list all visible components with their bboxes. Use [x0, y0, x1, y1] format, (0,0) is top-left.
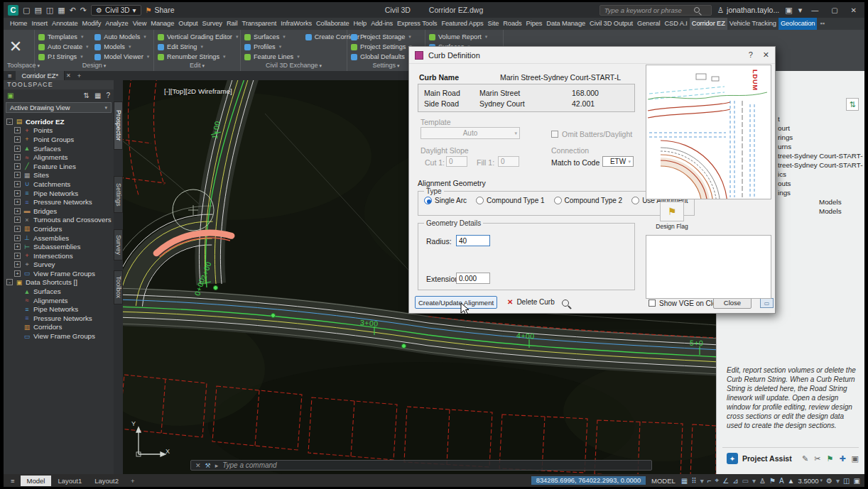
assist-tool-icon[interactable]: ✎: [802, 454, 808, 463]
expand-panel-icon[interactable]: ▭: [760, 298, 774, 308]
tree-expander-icon[interactable]: -: [6, 119, 13, 125]
tree-item[interactable]: ▲ Surfaces: [4, 287, 114, 296]
file-tab-close-icon[interactable]: ✕: [65, 71, 72, 80]
tree-item[interactable]: + ≈ Alignments: [4, 153, 114, 162]
assist-tool-icon[interactable]: ⚑: [827, 454, 834, 463]
tree-item[interactable]: + ▲ Surfaces: [4, 144, 114, 153]
tree-expander-icon[interactable]: +: [14, 261, 21, 268]
ribbon-tab[interactable]: View: [131, 18, 149, 30]
status-toggle-icon[interactable]: A: [779, 477, 784, 485]
status-toggle-icon[interactable]: ▭: [742, 477, 749, 485]
panel-label[interactable]: Toolspace: [7, 62, 31, 71]
ribbon-tab[interactable]: Express Tools: [395, 18, 439, 30]
ribbon-tab[interactable]: Manage: [148, 18, 176, 30]
tree-item[interactable]: + × Turnouts and Crossovers: [4, 216, 114, 225]
panel-label[interactable]: Design: [38, 62, 150, 71]
ribbon-button[interactable]: Surfaces: [244, 33, 300, 40]
help-search[interactable]: [600, 5, 712, 16]
tree-item[interactable]: ▭ View Frame Groups: [4, 331, 114, 341]
coordinates-readout[interactable]: 834285.6996, 764022.2993, 0.0000: [531, 476, 646, 485]
ribbon-tab[interactable]: Survey: [200, 18, 224, 30]
tree-expander-icon[interactable]: +: [14, 127, 21, 133]
tree-item[interactable]: ≡ Pressure Networks: [4, 314, 114, 323]
new-layout-button[interactable]: +: [128, 477, 138, 485]
ribbon-tab[interactable]: Annotate: [50, 18, 80, 30]
tree-expander-icon[interactable]: +: [14, 145, 21, 152]
tree-expander-icon[interactable]: +: [14, 216, 21, 223]
status-toggle-icon[interactable]: ◫: [843, 477, 850, 485]
search-input[interactable]: [604, 6, 691, 14]
panel-list-item[interactable]: rings: [778, 133, 863, 143]
ribbon-tab[interactable]: Pipes: [524, 18, 545, 30]
tree-item[interactable]: + + Point Groups: [4, 135, 114, 144]
sync-icon[interactable]: ⇅: [846, 98, 859, 111]
ribbon-tab[interactable]: CSD A.I: [662, 18, 689, 30]
ribbon-tab[interactable]: Corridor EZ: [690, 18, 727, 30]
drawing-file-tab[interactable]: Corridor EZ*: [16, 71, 65, 80]
new-drawing-tab-button[interactable]: +: [72, 71, 86, 80]
tree-item[interactable]: ▥ Corridors: [4, 323, 114, 332]
panel-label[interactable]: Edit: [158, 62, 237, 71]
maximize-button[interactable]: ▢: [828, 6, 841, 14]
command-bar-icon[interactable]: ✕: [195, 462, 201, 469]
minimize-button[interactable]: —: [808, 6, 822, 14]
toolspace-toolbar-icon[interactable]: ?: [106, 92, 110, 99]
tree-expander-icon[interactable]: +: [14, 136, 21, 143]
ribbon-tab[interactable]: Add-ins: [369, 18, 395, 30]
ribbon-tab[interactable]: Home: [8, 18, 29, 30]
viewport-controls-label[interactable]: [-][Top][2D Wireframe]: [164, 87, 232, 95]
ribbon-button[interactable]: Feature Lines: [244, 53, 300, 60]
tree-item[interactable]: + ▦ Sites: [4, 171, 114, 180]
status-toggle-icon[interactable]: ▲: [788, 477, 795, 485]
dialog-close-icon[interactable]: ✕: [763, 50, 769, 60]
tree-expander-icon[interactable]: +: [14, 154, 21, 160]
ribbon-button[interactable]: Models: [94, 43, 150, 50]
match-to-code-dropdown[interactable]: ETW ▾: [602, 156, 634, 167]
dialog-title-bar[interactable]: Curb Definition ? ✕: [409, 47, 775, 64]
command-line[interactable]: ✕⚒▸ Type a command: [190, 460, 652, 471]
tab-toolbox[interactable]: Toolbox: [114, 270, 123, 304]
ribbon-tab[interactable]: Analyze: [103, 18, 130, 30]
tree-expander-icon[interactable]: +: [14, 172, 21, 178]
layout-menu-icon[interactable]: ≡: [8, 477, 18, 485]
status-toggle-icon[interactable]: ⠿: [691, 477, 696, 485]
tree-item[interactable]: + ∪ Catchments: [4, 180, 114, 189]
assist-tool-icon[interactable]: ▣: [852, 454, 859, 463]
alignment-point[interactable]: [213, 285, 218, 290]
ribbon-tab[interactable]: Rail: [224, 18, 240, 30]
design-flag-button[interactable]: ⚑: [660, 202, 684, 221]
toolspace-toolbar-icon[interactable]: ▦: [94, 92, 101, 99]
status-toggle-icon[interactable]: ▣: [854, 477, 860, 485]
alignment-point[interactable]: [271, 313, 276, 318]
panel-list-item[interactable]: urns: [778, 143, 863, 152]
panel-label[interactable]: Civil 3D Exchange: [244, 62, 343, 71]
alignment-point[interactable]: [401, 344, 406, 348]
toolspace-toolbar-icon[interactable]: ⇅: [84, 92, 89, 99]
tree-item[interactable]: - ▤ Corridor EZ: [4, 117, 114, 126]
tree-item[interactable]: + ▬ Bridges: [4, 207, 114, 216]
ribbon-button[interactable]: Edit String: [158, 43, 238, 50]
panel-list-item[interactable]: t: [778, 115, 863, 124]
tree-item[interactable]: ≈ Alignments: [4, 296, 114, 305]
ribbon-tab[interactable]: Modify: [80, 18, 103, 30]
panel-list-item[interactable]: Models: [778, 198, 863, 207]
tree-expander-icon[interactable]: +: [14, 163, 21, 170]
ribbon-tab[interactable]: Output: [176, 18, 200, 30]
tree-item[interactable]: + + Intersections: [4, 251, 114, 260]
annotation-scale-control[interactable]: 3.5000 ▾: [798, 477, 823, 485]
ribbon-button[interactable]: ✕: [9, 38, 28, 56]
status-toggle-icon[interactable]: ⌐: [707, 477, 712, 485]
tree-expander-icon[interactable]: +: [14, 235, 21, 241]
search-icon[interactable]: [694, 7, 700, 13]
panel-list-item[interactable]: Models: [778, 207, 863, 216]
tree-expander-icon[interactable]: +: [14, 226, 21, 232]
radius-input[interactable]: [456, 235, 490, 246]
ribbon-tab[interactable]: General: [635, 18, 662, 30]
space-indicator[interactable]: MODEL: [649, 477, 678, 485]
command-bar-icon[interactable]: ⚒: [205, 462, 211, 469]
tree-item[interactable]: + ▥ Corridors: [4, 224, 114, 233]
tree-item[interactable]: - ▣ Data Shortcuts []: [4, 278, 114, 287]
ribbon-button[interactable]: Vertical Grading Editor: [158, 33, 238, 40]
status-toggle-icon[interactable]: ♙: [759, 477, 766, 485]
assist-tool-icon[interactable]: ✚: [839, 454, 845, 463]
